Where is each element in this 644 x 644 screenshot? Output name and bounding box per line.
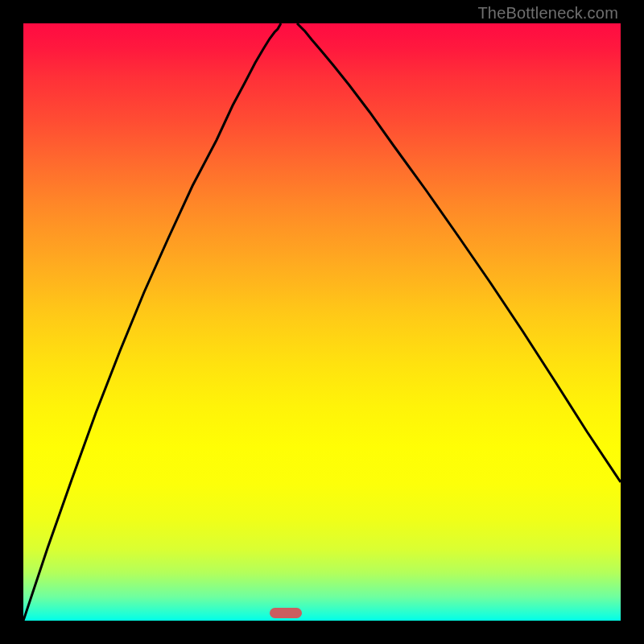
curves-svg [23, 23, 621, 621]
left-curve [23, 23, 281, 621]
plot-area [23, 23, 621, 621]
chart-frame: TheBottleneck.com [0, 0, 644, 644]
optimal-marker [270, 608, 302, 618]
right-curve [297, 23, 621, 482]
watermark-text: TheBottleneck.com [477, 4, 618, 23]
